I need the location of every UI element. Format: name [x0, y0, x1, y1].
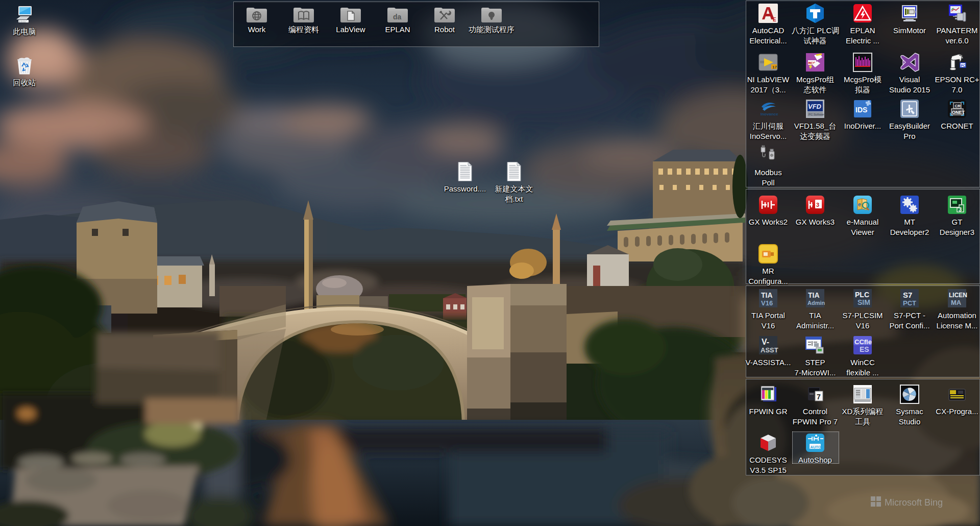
svg-text:PC: PC	[961, 64, 966, 67]
svg-text:PC Software: PC Software	[808, 113, 825, 116]
svg-text:Admin: Admin	[807, 300, 825, 306]
svg-text:IDS: IDS	[855, 106, 867, 114]
svg-text:V-: V-	[762, 338, 769, 346]
svg-text:3: 3	[959, 206, 962, 212]
svg-text:Microsoft Bing: Microsoft Bing	[885, 497, 943, 508]
svg-text:E: E	[773, 17, 776, 22]
svg-text:ONET: ONET	[952, 110, 965, 115]
svg-text:PLC: PLC	[855, 291, 869, 299]
svg-text:TIA: TIA	[808, 291, 820, 299]
svg-text:3: 3	[816, 202, 819, 208]
svg-text:7: 7	[817, 393, 821, 401]
svg-text:MA: MA	[951, 299, 962, 306]
svg-text:VFD: VFD	[808, 103, 822, 110]
svg-text:V16: V16	[761, 299, 773, 307]
svg-text:LICEN: LICEN	[949, 292, 967, 299]
svg-text:PCT: PCT	[903, 299, 916, 307]
svg-text:ASST: ASST	[761, 346, 778, 354]
svg-text:SIM: SIM	[857, 298, 870, 306]
svg-text:S7: S7	[903, 291, 912, 299]
svg-text:17: 17	[772, 65, 777, 69]
svg-text:e: e	[858, 201, 861, 207]
svg-text:CR: CR	[955, 104, 961, 108]
svg-text:da: da	[393, 13, 402, 21]
svg-text:CCfle: CCfle	[854, 338, 872, 346]
svg-text:Inovance: Inovance	[761, 112, 778, 116]
svg-text:TIA: TIA	[761, 291, 773, 299]
svg-text:ES: ES	[860, 345, 869, 353]
